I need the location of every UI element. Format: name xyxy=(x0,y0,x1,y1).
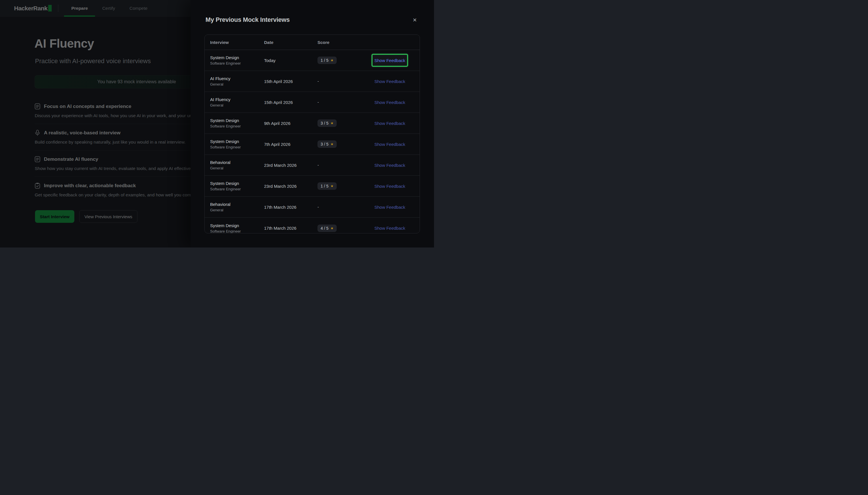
score-badge: 4 / 5★ xyxy=(317,224,337,232)
table-row: System Design Software Engineer 7th Apri… xyxy=(205,134,420,155)
table-row: Behavioral General 17th March 2026 - Sho… xyxy=(205,197,420,218)
table-row: Behavioral General 23rd March 2026 - Sho… xyxy=(205,155,420,176)
show-feedback-button-highlighted[interactable]: Show Feedback xyxy=(371,54,408,67)
interviews-table: Interview Date Score System Design Softw… xyxy=(204,34,420,234)
show-feedback-link[interactable]: Show Feedback xyxy=(374,163,405,168)
show-feedback-link[interactable]: Show Feedback xyxy=(374,142,405,147)
interview-date: 15th April 2026 xyxy=(264,100,317,105)
interview-type: System Design xyxy=(210,55,264,60)
interview-role: General xyxy=(210,82,264,86)
interview-type: System Design xyxy=(210,118,264,123)
table-row: System Design Software Engineer 23rd Mar… xyxy=(205,176,420,197)
score-empty: - xyxy=(317,163,319,167)
close-icon[interactable]: ✕ xyxy=(412,17,418,23)
interview-type: Behavioral xyxy=(210,160,264,165)
interview-type: AI Fluency xyxy=(210,97,264,102)
show-feedback-link[interactable]: Show Feedback xyxy=(374,58,405,63)
star-icon: ★ xyxy=(330,142,333,146)
score-empty: - xyxy=(317,79,319,84)
table-row: AI Fluency General 15th April 2026 - Sho… xyxy=(205,92,420,113)
interview-date: 17th March 2026 xyxy=(264,205,317,210)
interview-date: 23rd March 2026 xyxy=(264,184,317,189)
interview-role: Software Engineer xyxy=(210,61,264,66)
modal-title: My Previous Mock Interviews xyxy=(206,16,290,23)
score-empty: - xyxy=(317,100,319,104)
interview-type: AI Fluency xyxy=(210,76,264,81)
show-feedback-link[interactable]: Show Feedback xyxy=(374,226,405,231)
interview-type: System Design xyxy=(210,181,264,186)
interview-date: 15th April 2026 xyxy=(264,79,317,84)
column-header-interview: Interview xyxy=(210,40,264,45)
interview-date: 7th April 2026 xyxy=(264,142,317,147)
star-icon: ★ xyxy=(330,121,333,125)
table-row: System Design Software Engineer 9th Apri… xyxy=(205,113,420,134)
interview-role: General xyxy=(210,208,264,212)
table-row: System Design Software Engineer 17th Mar… xyxy=(205,218,420,234)
interview-type: System Design xyxy=(210,139,264,144)
interview-date: Today xyxy=(264,58,317,63)
table-row: AI Fluency General 15th April 2026 - Sho… xyxy=(205,71,420,92)
column-header-date: Date xyxy=(264,40,317,45)
interview-type: System Design xyxy=(210,223,264,228)
table-header-row: Interview Date Score xyxy=(205,35,420,50)
interview-role: General xyxy=(210,103,264,107)
show-feedback-link[interactable]: Show Feedback xyxy=(374,121,405,126)
star-icon: ★ xyxy=(330,184,333,188)
star-icon: ★ xyxy=(330,58,333,62)
interview-role: Software Engineer xyxy=(210,124,264,129)
show-feedback-link[interactable]: Show Feedback xyxy=(374,205,405,210)
score-badge: 3 / 5★ xyxy=(317,119,337,127)
interview-date: 17th March 2026 xyxy=(264,226,317,231)
interview-role: Software Engineer xyxy=(210,229,264,234)
interview-date: 23rd March 2026 xyxy=(264,163,317,168)
interview-role: Software Engineer xyxy=(210,145,264,149)
interview-date: 9th April 2026 xyxy=(264,121,317,126)
score-empty: - xyxy=(317,204,319,209)
star-icon: ★ xyxy=(330,226,333,230)
interview-role: General xyxy=(210,166,264,170)
score-badge: 3 / 5★ xyxy=(317,140,337,148)
previous-mock-interviews-modal: My Previous Mock Interviews ✕ Interview … xyxy=(191,0,434,248)
show-feedback-link[interactable]: Show Feedback xyxy=(374,79,405,84)
interview-type: Behavioral xyxy=(210,202,264,207)
show-feedback-link[interactable]: Show Feedback xyxy=(374,100,405,105)
interview-role: Software Engineer xyxy=(210,187,264,191)
table-row: System Design Software Engineer Today 1 … xyxy=(205,50,420,71)
score-badge: 1 / 5★ xyxy=(317,56,337,64)
show-feedback-link[interactable]: Show Feedback xyxy=(374,184,405,189)
column-header-score: Score xyxy=(317,40,360,45)
score-badge: 1 / 5★ xyxy=(317,182,337,190)
